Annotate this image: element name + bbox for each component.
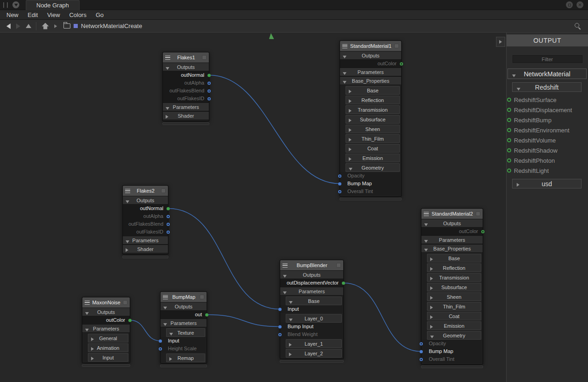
output-item-redshiftlight[interactable]: RedshiftLight [507, 165, 588, 176]
output-port-outcolor[interactable]: outColor [82, 316, 130, 324]
node-header[interactable]: BumpBlender [280, 260, 343, 270]
subsection-transmission[interactable]: Transmission [346, 105, 400, 114]
subsection-general[interactable]: General [88, 334, 128, 342]
section-base_properties[interactable]: Base_Properties [340, 76, 401, 85]
node-menu-icon[interactable] [85, 301, 90, 305]
node-header[interactable]: StandardMaterial1 [340, 41, 401, 51]
wire-flakes1-to-standardmaterial1[interactable] [209, 75, 340, 184]
subsection-subsurface[interactable]: Subsurface [427, 283, 481, 291]
output-port-outcolor[interactable]: outColor [421, 228, 483, 235]
port-dot[interactable] [278, 333, 282, 336]
group-redshift[interactable]: Redshift [512, 82, 582, 92]
port-dot[interactable] [481, 230, 484, 233]
node-menu-icon[interactable] [163, 295, 168, 299]
node-standardmaterial2[interactable]: StandardMaterial2OutputsoutColorParamete… [421, 208, 483, 368]
section-parameters[interactable]: Parameters [163, 103, 209, 111]
output-port-outnormal[interactable]: outNormal [163, 71, 209, 79]
subsection-layer_2[interactable]: Layer_2 [286, 349, 342, 358]
breadcrumb[interactable]: NetworkMaterialCreate [81, 23, 142, 29]
menu-item-colors[interactable]: Colors [69, 11, 86, 18]
section-outputs[interactable]: Outputs [82, 308, 130, 316]
output-port-outflakesid[interactable]: outFlakesID [163, 95, 209, 103]
panel-collapse-button[interactable] [496, 37, 505, 47]
node-bumpmap[interactable]: BumpMapOutputsoutParametersTextureInputH… [160, 291, 207, 367]
node-resize-handle[interactable] [160, 365, 207, 367]
input-port-input[interactable]: Input [280, 305, 343, 313]
node-preview-toggle[interactable] [200, 295, 204, 299]
subsection-layer_0[interactable]: Layer_0 [286, 314, 342, 323]
node-header[interactable]: BumpMap [161, 292, 207, 302]
node-menu-icon[interactable] [165, 56, 170, 60]
port-dot[interactable] [208, 89, 211, 92]
output-port-outdisplacementvector[interactable]: outDisplacementVector [280, 279, 343, 287]
node-resize-handle[interactable] [340, 198, 402, 200]
dock-grip[interactable] [3, 2, 8, 8]
forward-button[interactable] [16, 23, 20, 29]
subsection-subsurface[interactable]: Subsurface [346, 115, 400, 124]
section-shader[interactable]: Shader [123, 245, 168, 253]
output-item-redshiftvolume[interactable]: RedshiftVolume [507, 135, 588, 145]
node-preview-toggle[interactable] [394, 44, 399, 48]
section-parameters[interactable]: Parameters [123, 236, 168, 245]
input-port-opacity[interactable]: Opacity [421, 340, 483, 348]
node-header[interactable]: Flakes2 [123, 186, 168, 196]
search-button[interactable] [574, 23, 582, 30]
section-base_properties[interactable]: Base_Properties [421, 244, 483, 253]
tab-node-graph[interactable]: Node Graph [26, 0, 80, 10]
back-button[interactable] [6, 23, 11, 29]
section-parameters[interactable]: Parameters [82, 324, 130, 333]
port-dot[interactable] [338, 182, 341, 185]
subsection-layer_1[interactable]: Layer_1 [286, 339, 342, 348]
group-usd[interactable]: usd [512, 179, 582, 188]
port-dot[interactable] [159, 347, 162, 350]
folder-button[interactable] [63, 23, 70, 29]
section-outputs[interactable]: Outputs [280, 270, 343, 279]
input-port-bump-map[interactable]: Bump Map [340, 180, 401, 188]
subsection-sheen[interactable]: Sheen [346, 125, 400, 133]
output-item-redshiftshadow[interactable]: RedshiftShadow [507, 145, 588, 155]
menu-item-new[interactable]: New [6, 11, 18, 18]
subsection-reflection[interactable]: Reflection [427, 263, 481, 272]
home-button[interactable] [42, 23, 49, 29]
section-outputs[interactable]: Outputs [340, 51, 401, 60]
port-dot[interactable] [205, 313, 208, 316]
output-item-redshiftsurface[interactable]: RedshiftSurface [507, 95, 588, 105]
port-dot[interactable] [159, 339, 162, 342]
subsection-thin_film[interactable]: Thin_Film [427, 302, 481, 311]
input-port-height-scale[interactable]: Height Scale [161, 345, 207, 353]
output-port-out[interactable]: out [161, 311, 207, 319]
restore-window-button[interactable] [566, 1, 573, 8]
port-dot[interactable] [208, 81, 211, 85]
section-shader[interactable]: Shader [163, 111, 209, 120]
node-flakes1[interactable]: Flakes1OutputsoutNormaloutAlphaoutFlakes… [162, 52, 209, 125]
port-dot[interactable] [167, 230, 170, 234]
section-parameters[interactable]: Parameters [421, 235, 483, 244]
node-preview-toggle[interactable] [161, 188, 166, 193]
wire-bumpmap-to-bumpblender[interactable] [207, 315, 280, 327]
subsection-input[interactable]: Input [88, 353, 128, 362]
subsection-thin_film[interactable]: Thin_Film [346, 134, 400, 143]
subsection-animation[interactable]: Animation [88, 343, 128, 352]
section-outputs[interactable]: Outputs [421, 219, 483, 228]
node-header[interactable]: Flakes1 [163, 52, 209, 63]
menu-item-edit[interactable]: Edit [28, 11, 38, 18]
node-menu-icon[interactable] [424, 212, 429, 216]
group-networkmaterial[interactable]: NetworkMaterial [507, 68, 587, 79]
output-item-redshiftenvironment[interactable]: RedshiftEnvironment [507, 125, 588, 135]
section-parameters[interactable]: Parameters [340, 68, 401, 76]
node-header[interactable]: MaxonNoise [82, 297, 130, 308]
subsection-reflection[interactable]: Reflection [346, 96, 400, 104]
up-button[interactable] [26, 24, 31, 28]
node-preview-toggle[interactable] [336, 263, 341, 268]
subsection-base[interactable]: Base [346, 86, 400, 95]
node-standardmaterial1[interactable]: StandardMaterial1OutputsoutColorParamete… [340, 40, 402, 200]
node-resize-handle[interactable] [162, 122, 209, 125]
subsection-transmission[interactable]: Transmission [427, 273, 481, 282]
node-preview-toggle[interactable] [123, 300, 127, 305]
subsection-sheen[interactable]: Sheen [427, 292, 481, 301]
subsection-emission[interactable]: Emission [346, 154, 400, 162]
node-menu-icon[interactable] [342, 44, 347, 48]
node-preview-toggle[interactable] [476, 211, 480, 216]
node-menu-icon[interactable] [282, 263, 288, 268]
subsection-emission[interactable]: Emission [427, 321, 481, 330]
